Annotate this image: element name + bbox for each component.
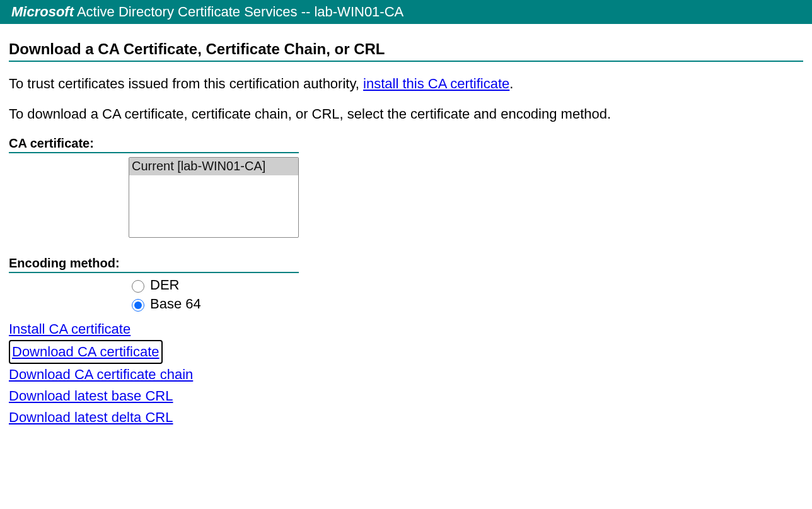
intro1-suffix: . — [509, 76, 513, 91]
page-title: Download a CA Certificate, Certificate C… — [9, 40, 803, 62]
brand-label: Microsoft — [11, 4, 74, 20]
ca-certificate-label: CA certificate: — [9, 136, 299, 153]
encoding-der-radio[interactable] — [132, 280, 144, 293]
intro-paragraph-2: To download a CA certificate, certificat… — [9, 106, 803, 122]
download-chain-link[interactable]: Download CA certificate chain — [9, 366, 193, 382]
ca-certificate-listbox[interactable]: Current [lab-WIN01-CA] — [129, 157, 299, 238]
encoding-method-label: Encoding method: — [9, 256, 299, 273]
encoding-der-label: DER — [150, 277, 179, 293]
ca-certificate-option[interactable]: Current [lab-WIN01-CA] — [129, 158, 298, 175]
install-ca-inline-link[interactable]: install this CA certificate — [363, 76, 509, 91]
install-ca-link[interactable]: Install CA certificate — [9, 321, 130, 337]
ca-name-label: lab-WIN01-CA — [314, 4, 403, 20]
action-links-list: Install CA certificate Download CA certi… — [9, 319, 803, 428]
product-label: Active Directory Certificate Services -- — [74, 4, 314, 20]
download-base-crl-link[interactable]: Download latest base CRL — [9, 388, 173, 404]
intro1-prefix: To trust certificates issued from this c… — [9, 76, 363, 91]
header-banner: Microsoft Active Directory Certificate S… — [0, 0, 812, 24]
encoding-base64-label: Base 64 — [150, 296, 201, 312]
download-ca-highlight-box: Download CA certificate — [9, 340, 163, 364]
encoding-base64-radio[interactable] — [132, 299, 144, 312]
download-ca-link[interactable]: Download CA certificate — [12, 344, 160, 360]
download-delta-crl-link[interactable]: Download latest delta CRL — [9, 409, 173, 425]
intro-paragraph-1: To trust certificates issued from this c… — [9, 76, 803, 92]
